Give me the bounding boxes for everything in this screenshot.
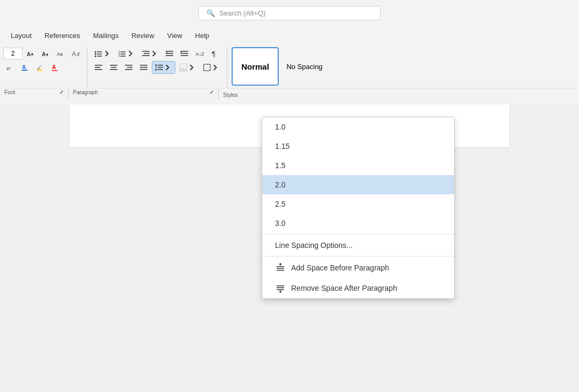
remove-space-icon — [275, 283, 286, 293]
spacing-1-5[interactable]: 1.5 — [262, 156, 454, 175]
text-underline-btn[interactable]: A — [48, 61, 62, 74]
ribbon: 2 A▲ A▼ Aa A✗ x² A — [0, 45, 579, 100]
line-spacing-dropdown: 1.0 1.15 1.5 2.0 2.5 3.0 Line Spacing Op… — [262, 117, 455, 299]
font-size-input[interactable]: 2 — [3, 48, 23, 59]
svg-text:A: A — [22, 64, 26, 70]
align-left-btn[interactable] — [92, 61, 106, 74]
svg-rect-11 — [37, 70, 42, 71]
style-normal-label: Normal — [241, 62, 269, 71]
shading-btn[interactable] — [176, 61, 199, 74]
svg-rect-48 — [140, 69, 147, 70]
ribbon-group-labels: Font ⤢ Paragraph ⤢ Styles — [0, 88, 579, 100]
spacing-3-0-label: 3.0 — [275, 219, 285, 228]
spacing-2-0-label: 2.0 — [275, 180, 285, 189]
highlight-btn[interactable]: 🖊 — [33, 61, 47, 74]
svg-rect-17 — [97, 54, 102, 55]
svg-rect-59 — [277, 288, 284, 289]
spacing-1-15[interactable]: 1.15 — [262, 137, 454, 156]
increase-indent-btn[interactable] — [177, 47, 191, 60]
svg-rect-44 — [127, 67, 132, 68]
svg-text:✗: ✗ — [76, 51, 80, 57]
svg-text:▲: ▲ — [30, 51, 34, 56]
svg-text:x²: x² — [6, 66, 11, 71]
svg-rect-9 — [22, 70, 27, 71]
search-icon: 🔍 — [206, 9, 215, 17]
menu-bar: Layout References Mailings Review View H… — [0, 26, 579, 45]
spacing-1-0[interactable]: 1.0 — [262, 117, 454, 137]
spacing-1-0-label: 1.0 — [275, 123, 285, 131]
font-label: Font — [4, 89, 15, 99]
svg-rect-60 — [277, 289, 284, 290]
sort-btn[interactable]: A↓Z — [192, 47, 206, 60]
para-expand-icon[interactable]: ⤢ — [210, 89, 214, 99]
para-group: 1.2.3. A↓Z — [87, 47, 227, 88]
line-spacing-btn[interactable] — [152, 61, 175, 74]
svg-rect-39 — [95, 69, 102, 70]
menu-layout[interactable]: Layout — [5, 29, 37, 42]
menu-view[interactable]: View — [162, 29, 188, 42]
dropdown-divider-2 — [262, 256, 454, 257]
style-normal-card[interactable]: Normal — [232, 47, 279, 86]
svg-rect-34 — [181, 55, 188, 56]
clear-formatting-btn[interactable]: A✗ — [69, 47, 83, 60]
decrease-indent-btn[interactable] — [162, 47, 176, 60]
spacing-2-5-label: 2.5 — [275, 200, 285, 208]
justify-btn[interactable] — [137, 61, 151, 74]
svg-rect-19 — [97, 56, 102, 57]
show-marks-btn[interactable]: ¶ — [207, 47, 221, 60]
font-expand-icon[interactable]: ⤢ — [60, 89, 64, 99]
change-case-btn[interactable]: Aa — [54, 47, 68, 60]
search-box[interactable]: 🔍 Search (Alt+Q) — [198, 6, 381, 20]
superscript-btn[interactable]: x² — [3, 61, 17, 74]
bullets-btn[interactable] — [92, 47, 114, 60]
svg-rect-55 — [277, 266, 284, 267]
font-color-btn[interactable]: A — [18, 61, 32, 74]
menu-mailings[interactable]: Mailings — [88, 29, 124, 42]
menu-review[interactable]: Review — [126, 29, 160, 42]
svg-rect-40 — [110, 65, 117, 66]
svg-rect-56 — [277, 268, 284, 269]
line-spacing-options-label: Line Spacing Options... — [275, 241, 353, 250]
svg-rect-15 — [97, 51, 102, 52]
svg-text:▼: ▼ — [45, 52, 49, 57]
svg-rect-28 — [142, 55, 150, 56]
align-center-btn[interactable] — [107, 61, 121, 74]
multilevel-list-btn[interactable] — [139, 47, 161, 60]
spacing-3-0[interactable]: 3.0 — [262, 214, 454, 233]
menu-references[interactable]: References — [39, 29, 85, 42]
spacing-1-15-label: 1.15 — [275, 142, 290, 150]
increase-font-btn[interactable]: A▲ — [24, 47, 38, 60]
svg-rect-38 — [95, 67, 100, 68]
svg-rect-31 — [166, 55, 173, 56]
svg-rect-43 — [125, 65, 132, 66]
spacing-2-5[interactable]: 2.5 — [262, 194, 454, 214]
dropdown-divider-1 — [262, 234, 454, 235]
svg-text:A↓Z: A↓Z — [196, 51, 204, 57]
spacing-2-0[interactable]: 2.0 — [262, 175, 454, 194]
font-group: 2 A▲ A▼ Aa A✗ x² A — [3, 47, 87, 88]
svg-rect-53 — [180, 69, 187, 71]
menu-help[interactable]: Help — [190, 29, 215, 42]
svg-rect-54 — [204, 64, 210, 71]
svg-rect-57 — [277, 270, 284, 271]
decrease-font-btn[interactable]: A▼ — [39, 47, 53, 60]
borders-btn[interactable] — [200, 61, 222, 74]
style-nospacing-card[interactable]: No Spacing — [281, 47, 328, 86]
line-spacing-options[interactable]: Line Spacing Options... — [262, 236, 454, 255]
spacing-1-5-label: 1.5 — [275, 161, 285, 170]
numbered-list-btn[interactable]: 1.2.3. — [115, 47, 138, 60]
svg-rect-50 — [158, 67, 163, 68]
add-space-before[interactable]: Add Space Before Paragraph — [262, 258, 454, 278]
svg-text:A: A — [52, 64, 56, 70]
svg-rect-33 — [182, 53, 188, 54]
svg-rect-49 — [158, 65, 163, 66]
svg-rect-30 — [167, 53, 173, 54]
svg-rect-25 — [121, 56, 125, 57]
para-label: Paragraph — [73, 89, 98, 99]
svg-text:¶: ¶ — [212, 50, 216, 58]
svg-text:A: A — [72, 50, 76, 58]
remove-space-label: Remove Space After Paragraph — [291, 284, 397, 292]
remove-space-after[interactable]: Remove Space After Paragraph — [262, 278, 454, 298]
align-right-btn[interactable] — [122, 61, 136, 74]
svg-rect-58 — [277, 285, 284, 287]
